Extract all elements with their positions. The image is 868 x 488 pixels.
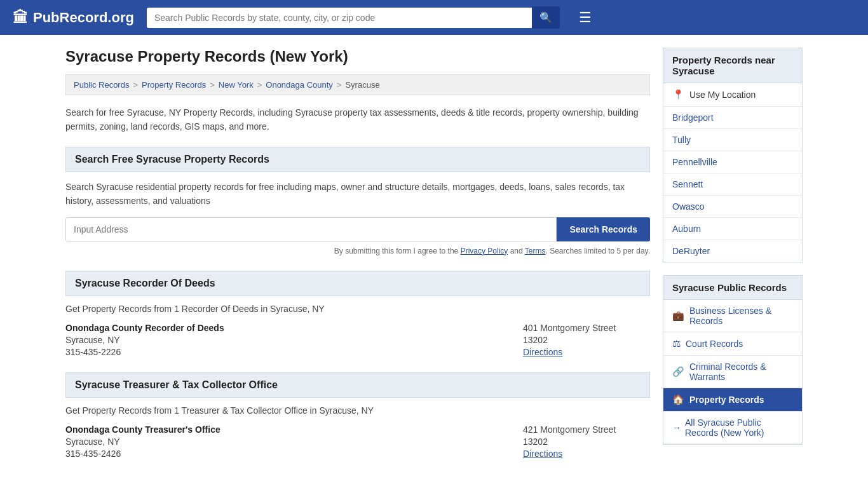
address-search-row: Search Records: [65, 217, 650, 241]
recorder-entry-row: Onondaga County Recorder of Deeds Syracu…: [65, 323, 650, 357]
breadcrumb-syracuse: Syracuse: [345, 80, 379, 90]
search-records-button[interactable]: Search Records: [557, 217, 650, 241]
recorder-phone: 315-435-2226: [65, 347, 510, 357]
address-input[interactable]: [65, 217, 557, 241]
treasurer-section: Syracuse Treasurer & Tax Collector Offic…: [65, 372, 650, 459]
site-logo[interactable]: 🏛 PubRecord.org: [13, 9, 134, 27]
breadcrumb-new-york[interactable]: New York: [219, 80, 254, 90]
content-area: Syracuse Property Records (New York) Pub…: [65, 48, 650, 474]
recorder-section-header: Syracuse Recorder Of Deeds: [65, 271, 650, 296]
location-icon: 📍: [672, 89, 684, 100]
search-description: Search Syracuse residential property rec…: [65, 180, 650, 208]
main-container: Syracuse Property Records (New York) Pub…: [53, 35, 815, 487]
search-section-header: Search Free Syracuse Property Records: [65, 147, 650, 172]
global-search-button[interactable]: 🔍: [532, 6, 560, 29]
logo-text: PubRecord.org: [33, 10, 134, 26]
sidebar-item-pennellville[interactable]: Pennellville: [663, 151, 802, 173]
treasurer-directions-link[interactable]: Directions: [523, 449, 562, 459]
treasurer-section-header: Syracuse Treasurer & Tax Collector Offic…: [65, 372, 650, 398]
sidebar-item-property-records[interactable]: 🏠 Property Records: [663, 388, 802, 412]
logo-icon: 🏛: [13, 9, 28, 27]
sidebar-business-label: Business Licenses & Records: [689, 306, 793, 326]
recorder-directions-link[interactable]: Directions: [523, 347, 562, 357]
sidebar-item-tully[interactable]: Tully: [663, 129, 802, 151]
global-search-bar: 🔍: [147, 6, 560, 29]
terms-link[interactable]: Terms: [525, 247, 546, 255]
breadcrumb-sep-1: >: [133, 80, 138, 90]
breadcrumb-sep-4: >: [337, 80, 342, 90]
recorder-zip: 13202: [523, 335, 650, 345]
disclaimer-end: . Searches limited to 5 per day.: [545, 247, 650, 255]
recorder-section: Syracuse Recorder Of Deeds Get Property …: [65, 271, 650, 357]
recorder-city: Syracuse, NY: [65, 335, 510, 345]
treasurer-name: Onondaga County Treasurer's Office: [65, 424, 510, 435]
breadcrumb-onondaga-county[interactable]: Onondaga County: [266, 80, 333, 90]
sidebar-item-use-my-location[interactable]: 📍 Use My Location: [663, 83, 802, 107]
search-icon: 🔍: [539, 12, 552, 23]
treasurer-address: 421 Montgomery Street: [523, 424, 650, 435]
business-icon: 💼: [672, 310, 684, 322]
treasurer-city: Syracuse, NY: [65, 437, 510, 447]
sidebar-all-records-link[interactable]: → All Syracuse Public Records (New York): [663, 412, 802, 444]
property-icon: 🏠: [672, 394, 684, 405]
recorder-left: Onondaga County Recorder of Deeds Syracu…: [65, 323, 510, 357]
sidebar: Property Records near Syracuse 📍 Use My …: [663, 48, 803, 474]
breadcrumb-sep-3: >: [257, 80, 262, 90]
treasurer-description: Get Property Records from 1 Treasurer & …: [65, 405, 650, 416]
breadcrumb-sep-2: >: [210, 80, 215, 90]
breadcrumb-public-records[interactable]: Public Records: [74, 80, 129, 90]
sidebar-item-deruyter[interactable]: DeRuyter: [663, 240, 802, 262]
sidebar-public-records-list: 💼 Business Licenses & Records ⚖ Court Re…: [663, 300, 803, 445]
site-header: 🏛 PubRecord.org 🔍 ☰: [0, 0, 868, 35]
recorder-entry-1: Onondaga County Recorder of Deeds Syracu…: [65, 323, 650, 357]
form-disclaimer: By submitting this form I agree to the P…: [65, 247, 650, 255]
sidebar-item-criminal-records[interactable]: 🔗 Criminal Records & Warrants: [663, 356, 802, 388]
sidebar-item-court-records[interactable]: ⚖ Court Records: [663, 332, 802, 356]
sidebar-item-owasco[interactable]: Owasco: [663, 196, 802, 218]
sidebar-nearby-list: 📍 Use My Location Bridgeport Tully Penne…: [663, 83, 803, 262]
sidebar-criminal-label: Criminal Records & Warrants: [689, 362, 793, 382]
criminal-icon: 🔗: [672, 366, 684, 377]
treasurer-entry-1: Onondaga County Treasurer's Office Syrac…: [65, 424, 650, 459]
treasurer-zip: 13202: [523, 437, 650, 447]
sidebar-item-sennett[interactable]: Sennett: [663, 173, 802, 196]
treasurer-right: 421 Montgomery Street 13202 Directions: [523, 424, 650, 459]
sidebar-nearby-header: Property Records near Syracuse: [663, 48, 803, 83]
court-icon: ⚖: [672, 338, 681, 349]
breadcrumb: Public Records > Property Records > New …: [65, 74, 650, 95]
sidebar-court-label: Court Records: [686, 339, 743, 349]
sidebar-property-label: Property Records: [689, 395, 764, 405]
and-text: and: [508, 247, 524, 255]
sidebar-item-auburn[interactable]: Auburn: [663, 218, 802, 240]
search-section: Search Free Syracuse Property Records Se…: [65, 147, 650, 255]
recorder-address: 401 Montgomery Street: [523, 323, 650, 333]
treasurer-entry-row: Onondaga County Treasurer's Office Syrac…: [65, 424, 650, 459]
disclaimer-text: By submitting this form I agree to the: [334, 247, 461, 255]
breadcrumb-property-records[interactable]: Property Records: [142, 80, 206, 90]
sidebar-item-bridgeport[interactable]: Bridgeport: [663, 107, 802, 129]
all-records-arrow: →: [672, 423, 681, 433]
recorder-name: Onondaga County Recorder of Deeds: [65, 323, 510, 333]
all-records-label: All Syracuse Public Records (New York): [685, 417, 793, 438]
main-description: Search for free Syracuse, NY Property Re…: [65, 105, 650, 134]
sidebar-use-my-location-label: Use My Location: [689, 90, 756, 100]
recorder-description: Get Property Records from 1 Recorder Of …: [65, 304, 650, 314]
treasurer-left: Onondaga County Treasurer's Office Syrac…: [65, 424, 510, 459]
global-search-input[interactable]: [147, 8, 532, 28]
sidebar-public-records-header: Syracuse Public Records: [663, 275, 803, 300]
privacy-policy-link[interactable]: Privacy Policy: [461, 247, 508, 255]
treasurer-phone: 315-435-2426: [65, 449, 510, 459]
hamburger-menu-icon[interactable]: ☰: [579, 10, 592, 26]
page-title: Syracuse Property Records (New York): [65, 48, 650, 65]
recorder-right: 401 Montgomery Street 13202 Directions: [523, 323, 650, 357]
sidebar-item-business-licenses[interactable]: 💼 Business Licenses & Records: [663, 300, 802, 332]
